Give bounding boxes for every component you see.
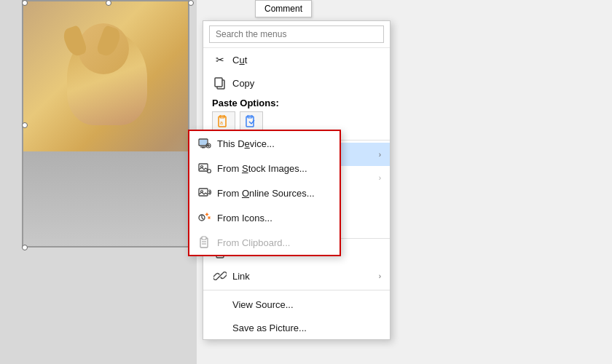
svg-text:a: a: [220, 120, 223, 125]
search-input[interactable]: [209, 25, 384, 43]
svg-rect-22: [200, 140, 207, 145]
svg-line-18: [219, 274, 221, 277]
submenu-change-picture: This Device... From Stock Images...: [188, 130, 341, 256]
menu-item-save-as-picture[interactable]: Save as Picture...: [203, 316, 390, 339]
svg-rect-1: [215, 78, 222, 87]
from-icons-label: From Icons...: [217, 213, 272, 223]
menu-item-cut[interactable]: ✂ Cut: [203, 48, 390, 71]
selection-handle-ml[interactable]: [22, 122, 28, 128]
save-as-picture-label: Save as Picture...: [232, 323, 307, 333]
save-as-picture-icon: [212, 320, 228, 336]
online-sources-label: From Online Sources...: [217, 188, 315, 199]
comment-button[interactable]: Comment: [255, 0, 312, 17]
link-label: Link: [232, 271, 250, 282]
submenu-item-from-icons[interactable]: From Icons...: [189, 205, 340, 230]
selection-handle-tm[interactable]: [106, 0, 111, 6]
submenu-item-stock-images[interactable]: From Stock Images...: [189, 156, 340, 181]
link-icon: [212, 268, 228, 284]
view-source-icon: [212, 296, 228, 312]
search-box: [203, 21, 390, 48]
stock-images-label: From Stock Images...: [217, 163, 307, 174]
selection-handle-tl[interactable]: [22, 0, 28, 6]
selection-handle-bl[interactable]: [22, 245, 28, 250]
online-sources-icon: [197, 185, 213, 201]
submenu-item-this-device[interactable]: This Device...: [189, 131, 340, 156]
scissors-icon: ✂: [212, 52, 228, 68]
from-clipboard-icon: [197, 234, 213, 250]
this-device-icon: [197, 135, 213, 151]
separator-3: [203, 290, 390, 290]
from-icons-icon: [197, 210, 213, 226]
background-image-area: [0, 0, 197, 364]
svg-line-29: [210, 173, 211, 173]
menu-item-view-source[interactable]: View Source...: [203, 293, 390, 316]
menu-item-copy[interactable]: Copy: [203, 71, 390, 95]
this-device-label: This Device...: [217, 138, 275, 149]
group-arrow: ›: [379, 174, 381, 182]
svg-rect-34: [202, 237, 206, 240]
paste-options-label: Paste Options:: [212, 98, 381, 108]
change-picture-arrow: ›: [379, 151, 381, 159]
cut-label: Cut: [232, 55, 247, 66]
copy-icon: [212, 75, 228, 91]
submenu-item-online-sources[interactable]: From Online Sources...: [189, 181, 340, 205]
menu-item-link[interactable]: Link ›: [203, 264, 390, 288]
copy-label: Copy: [232, 78, 254, 89]
submenu-item-from-clipboard[interactable]: From Clipboard...: [189, 230, 340, 255]
selection-handle-tr[interactable]: [188, 0, 194, 6]
view-source-label: View Source...: [232, 299, 294, 310]
link-arrow: ›: [379, 272, 381, 280]
stock-images-icon: [197, 160, 213, 176]
from-clipboard-label: From Clipboard...: [217, 237, 290, 248]
dog-photo: [22, 0, 189, 248]
svg-rect-30: [199, 189, 208, 196]
svg-rect-26: [199, 164, 208, 171]
